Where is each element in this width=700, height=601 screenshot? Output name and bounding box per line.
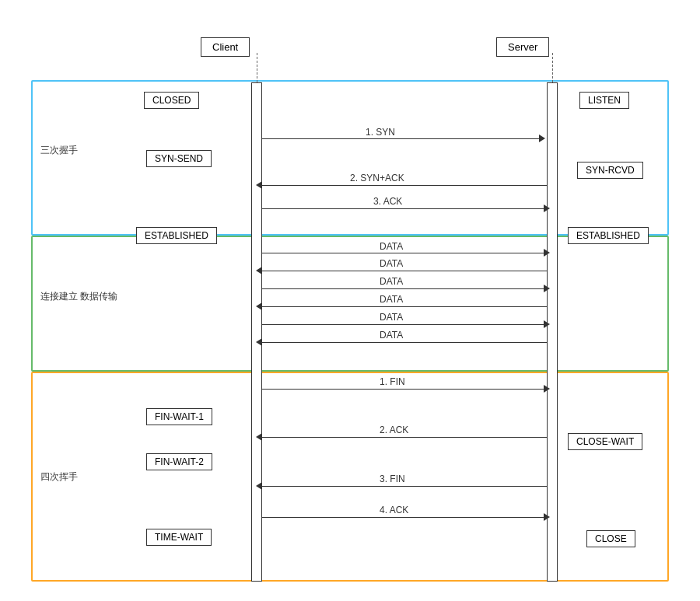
- arrowhead-data4: [256, 302, 262, 310]
- arrow-ack4: [262, 517, 547, 518]
- state-client-syn-send: SYN-SEND: [146, 150, 212, 167]
- state-client-established: ESTABLISHED: [136, 227, 217, 244]
- tcp-diagram: 三次握手 连接建立 数据传输 四次挥手 Client Server CLOSED…: [0, 0, 700, 601]
- arrowhead-data1: [544, 249, 550, 257]
- arrow-fin1: [262, 389, 547, 390]
- label-syn: 1. SYN: [366, 127, 395, 138]
- state-client-fin-wait1: FIN-WAIT-1: [146, 408, 212, 425]
- handshake-label: 三次握手: [40, 144, 78, 157]
- arrow-data5: [262, 324, 547, 325]
- arrow-syn: [262, 138, 542, 139]
- state-client-time-wait: TIME-WAIT: [146, 529, 212, 546]
- arrow-data4: [262, 306, 547, 307]
- label-ack: 3. ACK: [373, 196, 402, 207]
- label-data3: DATA: [380, 276, 403, 287]
- server-entity: Server: [496, 37, 549, 57]
- data-label: 连接建立 数据传输: [40, 290, 117, 303]
- arrow-fin3: [262, 486, 547, 487]
- arrow-data3: [262, 288, 547, 289]
- arrowhead-data6: [256, 338, 262, 346]
- arrowhead-data2: [256, 267, 262, 274]
- state-server-listen: LISTEN: [579, 92, 629, 109]
- arrowhead-ack4: [544, 513, 550, 521]
- arrowhead-synack: [256, 181, 262, 189]
- label-ack2: 2. ACK: [380, 425, 408, 435]
- arrow-ack2: [262, 437, 547, 438]
- label-data2: DATA: [380, 258, 403, 269]
- state-server-established: ESTABLISHED: [568, 227, 649, 244]
- arrowhead-ack2: [256, 433, 262, 441]
- state-client-fin-wait2: FIN-WAIT-2: [146, 453, 212, 470]
- arrowhead-data3: [544, 285, 550, 292]
- state-server-close-wait: CLOSE-WAIT: [568, 433, 642, 450]
- arrow-ack: [262, 208, 547, 209]
- arrow-synack: [262, 185, 547, 186]
- label-fin3: 3. FIN: [380, 473, 405, 484]
- handshake-section: [31, 80, 669, 236]
- state-server-close: CLOSE: [586, 530, 635, 547]
- state-server-syn-rcvd: SYN-RCVD: [577, 162, 643, 179]
- client-entity: Client: [201, 37, 250, 57]
- arrowhead-ack: [544, 204, 550, 212]
- close-section: [31, 372, 669, 582]
- state-client-closed: CLOSED: [144, 92, 199, 109]
- arrow-data2: [262, 271, 547, 271]
- server-lifeline-top: [552, 53, 553, 82]
- arrow-data6: [262, 342, 547, 343]
- server-lifeline-bar: [547, 82, 558, 582]
- arrow-data1: [262, 253, 547, 253]
- arrowhead-fin1: [544, 385, 550, 393]
- arrowhead-data5: [544, 320, 550, 328]
- client-lifeline-top: [257, 53, 257, 82]
- data-section: [31, 236, 669, 372]
- label-data6: DATA: [380, 330, 403, 341]
- close-label: 四次挥手: [40, 470, 78, 484]
- label-data1: DATA: [380, 241, 403, 252]
- arrowhead-syn: [539, 135, 545, 142]
- label-fin1: 1. FIN: [380, 376, 405, 387]
- label-data5: DATA: [380, 312, 403, 323]
- label-ack4: 4. ACK: [380, 505, 408, 515]
- label-synack: 2. SYN+ACK: [350, 173, 404, 183]
- arrowhead-fin3: [256, 482, 262, 490]
- client-lifeline-bar: [251, 82, 262, 582]
- label-data4: DATA: [380, 294, 403, 305]
